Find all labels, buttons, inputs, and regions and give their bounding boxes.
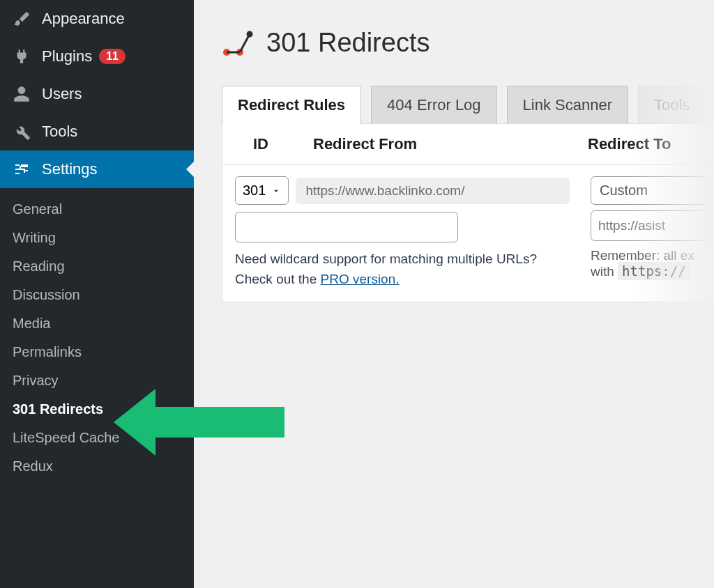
user-icon [11,84,32,105]
main-content: 301 Redirects Redirect Rules 404 Error L… [194,0,714,588]
subitem-reading[interactable]: Reading [0,252,194,281]
sliders-icon [11,159,32,180]
page-header: 301 Redirects [222,28,714,58]
plugins-badge: 11 [99,49,126,64]
th-to: Redirect To [574,124,713,164]
redirect-to-input[interactable] [591,210,709,241]
subitem-discussion[interactable]: Discussion [0,281,194,309]
pro-version-link[interactable]: PRO version. [321,272,400,286]
sidebar-item-label: Tools [42,123,77,141]
sidebar-item-label: Plugins [42,47,92,65]
table-header: ID Redirect From Redirect To [222,124,713,165]
tab-redirect-rules[interactable]: Redirect Rules [222,86,361,124]
brush-icon [11,8,32,29]
col-to: Custom Remember: all ex with https:// [591,176,701,289]
annotation-arrow [152,407,284,438]
redirect-type-value: 301 [243,183,266,199]
tabs: Redirect Rules 404 Error Log Link Scanne… [222,86,714,124]
subitem-redux[interactable]: Redux [0,452,194,481]
sidebar-item-appearance[interactable]: Appearance [0,0,194,38]
settings-submenu: General Writing Reading Discussion Media… [0,188,194,482]
subitem-general[interactable]: General [0,195,194,224]
tab-link-scanner[interactable]: Link Scanner [507,86,628,124]
th-from: Redirect From [299,124,574,164]
arrow-shaft [152,407,284,438]
tab-404-log[interactable]: 404 Error Log [371,86,497,124]
admin-sidebar: Appearance Plugins 11 Users Tools Settin… [0,0,194,588]
th-id: ID [222,124,299,164]
sidebar-item-label: Settings [42,160,98,178]
wrench-icon [11,121,32,142]
subitem-media[interactable]: Media [0,309,194,338]
tab-tools[interactable]: Tools [638,86,706,124]
sidebar-item-label: Users [42,85,82,103]
sidebar-item-label: Appearance [42,10,125,28]
redirect-icon [222,29,255,57]
redirect-from-input[interactable] [235,212,458,242]
arrow-head-icon [114,389,155,456]
sidebar-item-users[interactable]: Users [0,75,194,113]
redirect-type-select[interactable]: 301 [235,176,289,205]
plug-icon [11,46,32,67]
sidebar-item-settings[interactable]: Settings [0,150,194,188]
remember-code: https:// [618,262,690,280]
redirect-to-type-select[interactable]: Custom [591,176,709,205]
subitem-privacy[interactable]: Privacy [0,366,194,395]
subitem-permalinks[interactable]: Permalinks [0,338,194,366]
base-url-label: https://www.backlinko.com/ [296,178,570,204]
sidebar-item-tools[interactable]: Tools [0,113,194,150]
subitem-writing[interactable]: Writing [0,224,194,252]
col-from: 301 https://www.backlinko.com/ Need wild… [235,176,570,289]
wildcard-hint: Need wildcard support for matching multi… [235,249,570,289]
table-row: 301 https://www.backlinko.com/ Need wild… [222,165,713,302]
remember-hint: Remember: all ex with https:// [591,248,701,279]
rules-panel: ID Redirect From Redirect To 301 https:/… [222,123,714,302]
chevron-down-icon [271,186,281,196]
page-title: 301 Redirects [266,28,430,58]
sidebar-item-plugins[interactable]: Plugins 11 [0,38,194,75]
